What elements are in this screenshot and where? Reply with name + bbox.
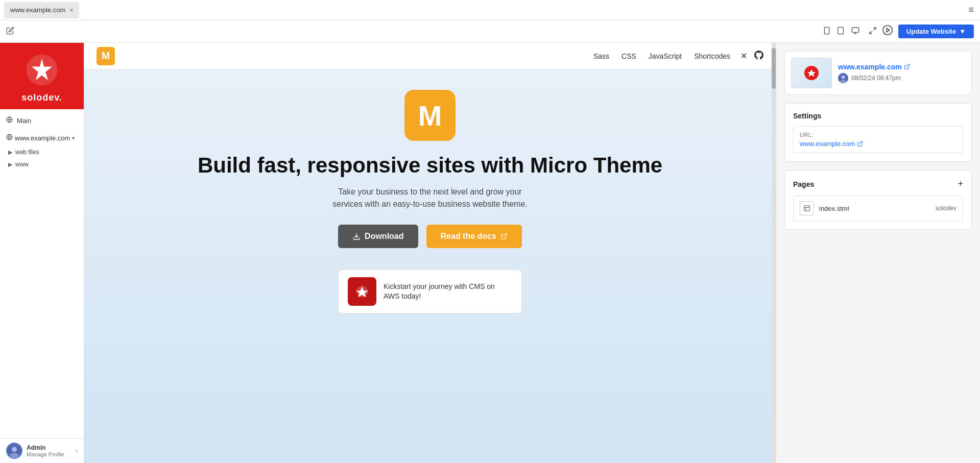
tab-label: www.example.com <box>10 6 65 14</box>
site-thumbnail <box>791 58 832 88</box>
toolbar: Update Website ▼ <box>0 20 980 43</box>
top-bar: www.example.com × ≡ <box>0 0 980 20</box>
nav-sass[interactable]: Sass <box>593 52 609 60</box>
footer-text: Admin Manage Profile <box>27 444 71 457</box>
page-name: index.stml <box>819 205 930 212</box>
device-icons <box>823 27 861 37</box>
preview-area: M Sass CSS JavaScript Shortcodes ✕ <box>84 43 776 463</box>
cms-card-text: Kickstart your journey with CMS on AWS t… <box>384 282 512 302</box>
x-icon[interactable]: ✕ <box>740 51 747 61</box>
site-url-label: www.example.com <box>15 134 70 142</box>
svg-point-18 <box>12 447 17 452</box>
solodev-logo-icon <box>21 50 62 90</box>
site-info-card: www.example.com 08 <box>784 51 972 95</box>
hero-subtitle: Take your business to the next level and… <box>323 186 537 210</box>
pencil-icon[interactable] <box>6 27 14 37</box>
site-meta: 08/02/24 08:47pm <box>838 73 965 83</box>
nav-shortcodes[interactable]: Shortcodes <box>694 52 730 60</box>
svg-line-29 <box>859 141 863 144</box>
sidebar-site-item[interactable]: www.example.com ▾ <box>0 132 84 144</box>
update-button-label: Update Website <box>906 28 956 35</box>
sidebar-item-main[interactable]: Main <box>0 113 84 128</box>
svg-marker-24 <box>807 69 816 77</box>
svg-line-21 <box>504 234 507 237</box>
site-nav: M Sass CSS JavaScript Shortcodes ✕ <box>84 43 776 69</box>
nav-javascript[interactable]: JavaScript <box>649 52 682 60</box>
site-url-link[interactable]: www.example.com <box>838 63 965 71</box>
browser-tab[interactable]: www.example.com × <box>4 2 79 18</box>
external-link-icon <box>500 233 508 240</box>
tree-item-www[interactable]: ▶ www <box>0 158 84 170</box>
folder-icon-2: ▶ <box>8 161 12 168</box>
site-globe-icon <box>6 134 13 142</box>
globe-icon <box>6 116 13 125</box>
expand-icon[interactable] <box>869 27 877 37</box>
pages-title: Pages <box>793 180 814 188</box>
center-content: M Sass CSS JavaScript Shortcodes ✕ <box>84 43 776 463</box>
site-info-details: www.example.com 08 <box>838 63 965 83</box>
main-label: Main <box>17 117 31 125</box>
user-avatar <box>6 443 22 459</box>
play-icon[interactable] <box>882 25 893 38</box>
hero-buttons: Download Read the docs <box>338 225 522 248</box>
tab-close-button[interactable]: × <box>69 7 73 14</box>
site-preview: M Sass CSS JavaScript Shortcodes ✕ <box>84 43 776 463</box>
site-user-avatar <box>838 73 848 83</box>
nav-css[interactable]: CSS <box>622 52 636 60</box>
url-label: URL: <box>800 132 957 138</box>
svg-rect-4 <box>852 28 858 32</box>
tablet-icon[interactable] <box>836 27 845 37</box>
hero-logo-m: M <box>404 90 456 141</box>
download-label: Download <box>365 232 403 241</box>
page-author: solodev <box>936 205 957 212</box>
docs-label: Read the docs <box>441 232 496 241</box>
site-thumb-logo <box>804 66 819 80</box>
external-link-icon <box>904 64 910 70</box>
url-value-text: www.example.com <box>800 140 855 148</box>
pages-add-button[interactable]: + <box>958 179 963 189</box>
site-logo-m: M <box>97 47 115 65</box>
left-sidebar: solodev. Main <box>0 43 84 463</box>
hero-section: M Build fast, responsive sites with Micr… <box>84 69 776 463</box>
scrollbar-track[interactable] <box>772 43 776 463</box>
url-external-link-icon <box>857 141 863 147</box>
folder-icon: ▶ <box>8 149 12 156</box>
update-website-button[interactable]: Update Website ▼ <box>898 25 974 38</box>
svg-line-8 <box>870 31 872 34</box>
mobile-icon[interactable] <box>823 27 831 37</box>
github-icon[interactable] <box>754 51 763 62</box>
svg-point-9 <box>883 26 892 35</box>
desktop-icon[interactable] <box>850 27 861 37</box>
read-docs-button[interactable]: Read the docs <box>426 225 522 248</box>
menu-icon[interactable]: ≡ <box>966 5 976 15</box>
logo-area: solodev. <box>0 43 84 109</box>
footer-admin-name: Admin <box>27 444 71 451</box>
tree-item-www-label: www <box>15 161 29 168</box>
right-sidebar: www.example.com 08 <box>776 43 980 463</box>
url-value[interactable]: www.example.com <box>800 140 957 148</box>
hero-title: Build fast, responsive sites with Micro … <box>198 153 662 178</box>
site-date: 08/02/24 08:47pm <box>851 75 901 82</box>
svg-line-7 <box>873 28 876 30</box>
sidebar-tree: ▶ web files ▶ www <box>0 144 84 438</box>
cms-card: Kickstart your journey with CMS on AWS t… <box>338 270 522 313</box>
sidebar-footer[interactable]: Admin Manage Profile › <box>0 438 84 463</box>
site-nav-icons: ✕ <box>740 51 763 62</box>
site-chevron-icon: ▾ <box>72 135 75 141</box>
download-icon <box>352 232 361 240</box>
page-layout-icon <box>800 201 814 215</box>
svg-marker-10 <box>887 28 890 32</box>
settings-url-field: URL: www.example.com <box>793 126 963 153</box>
pages-section: Pages + index.stml solodev <box>784 170 972 230</box>
download-button[interactable]: Download <box>338 225 418 248</box>
tree-item-webfiles[interactable]: ▶ web files <box>0 146 84 158</box>
page-item-index[interactable]: index.stml solodev <box>793 196 963 221</box>
svg-rect-30 <box>804 206 810 211</box>
main-layout: solodev. Main <box>0 43 980 463</box>
logo-text: solodev. <box>21 92 62 103</box>
site-nav-links: Sass CSS JavaScript Shortcodes <box>593 52 730 60</box>
scrollbar-thumb[interactable] <box>772 48 776 89</box>
update-arrow-icon: ▼ <box>959 28 966 35</box>
cms-card-logo <box>348 277 376 306</box>
settings-title: Settings <box>793 112 963 120</box>
